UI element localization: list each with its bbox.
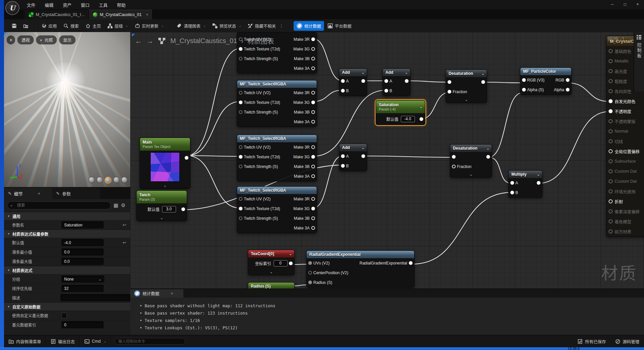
pin-in-B[interactable] [341, 164, 345, 168]
node-saturation-param[interactable]: SaturationParam (-4)⌄默认值-4.0 [376, 100, 425, 125]
chevron-down-icon[interactable]: ⌄ [289, 252, 292, 256]
menu-1[interactable]: 编辑 [41, 0, 57, 9]
expand-chevron-icon[interactable]: ⌄ [137, 215, 187, 221]
pin-out-Make 3G[interactable] [311, 47, 315, 51]
node-desaturation-1[interactable]: Desaturation⌄Fraction⌄ [446, 69, 487, 103]
pin-不透明度[interactable] [609, 109, 613, 113]
asset-tab-0[interactable]: M_CrystalCaustics_01_I... [25, 10, 89, 19]
wire[interactable] [421, 93, 449, 119]
pin-out-Make 3B[interactable] [311, 165, 315, 168]
node-header[interactable]: Add⌄ [339, 144, 367, 151]
pin-in-A[interactable] [341, 154, 345, 158]
pin-out-Make 3A[interactable] [311, 226, 315, 230]
node-radial-gradient-exponential[interactable]: RadialGradientExponentialUVs (V2)RadialG… [306, 250, 415, 288]
toolbar-平台数据[interactable]: 平台数据 [325, 21, 354, 31]
wire[interactable] [489, 93, 522, 157]
pin-in-B[interactable] [341, 89, 345, 93]
node-header[interactable]: MainParam Tex Object [140, 138, 190, 151]
bottombar-源码管理[interactable]: 源码管理 [611, 338, 644, 345]
node-texcoord-0[interactable]: TexCoord[0]⌄坐标索引0⌄ [248, 250, 295, 275]
viewport-menu-button[interactable]: ≡ [7, 35, 15, 44]
pin-Normal[interactable] [609, 129, 613, 133]
viewport-pill-光照[interactable]: ◐光照 [36, 35, 57, 44]
pin-不透明蒙版[interactable] [609, 119, 613, 123]
tab-close-icon[interactable]: × [146, 12, 148, 17]
pin-in-CenterPosition (V2)[interactable] [308, 271, 312, 275]
pin-out-Make 3A[interactable] [311, 66, 315, 70]
pin-out-value[interactable] [289, 261, 293, 265]
pin-out-Make 3A[interactable] [311, 120, 315, 124]
toolbar-隐藏不相关[interactable]: 隐藏不相关⋮ [245, 21, 287, 31]
view-options-icon[interactable]: ▦ [114, 202, 118, 208]
pin-out-Make 3B[interactable] [311, 216, 315, 220]
pin-out-Make 3G[interactable] [311, 155, 315, 159]
pin-像素深度偏移[interactable] [609, 209, 613, 213]
wire[interactable] [313, 156, 342, 208]
breadcrumb-asset[interactable]: M_CrystalCaustics_01 [170, 37, 237, 45]
menu-3[interactable]: 窗口 [77, 0, 94, 9]
graph-forward-button[interactable]: → [146, 37, 154, 45]
node-header[interactable]: Desaturation⌄ [450, 145, 492, 152]
close-button[interactable]: × [631, 0, 644, 9]
pin-out-Make 3B[interactable] [311, 57, 315, 60]
toolbar-统计数据[interactable]: 统计数据 [294, 21, 324, 31]
pin-in-0[interactable] [452, 155, 456, 159]
preview-shape-2[interactable] [105, 177, 112, 184]
node-add-2[interactable]: Add⌄AB [382, 68, 411, 96]
dropdown-分组[interactable]: None⌄ [61, 276, 104, 283]
field-默认值[interactable]: -4.0 [61, 239, 104, 246]
details-tab-细节[interactable]: ✎细节× [4, 188, 52, 199]
wire[interactable] [187, 156, 240, 156]
wire[interactable] [187, 102, 240, 156]
node-header[interactable]: TexCoord[0]⌄ [248, 250, 294, 257]
expand-chevron-icon[interactable]: ⌄ [248, 269, 294, 275]
pin-out-Make 3R[interactable] [311, 91, 315, 95]
pin-Custom Dat[interactable] [609, 169, 613, 173]
details-tab-参数[interactable]: ✎参数 [52, 188, 100, 199]
pin-in-Alpha (S)[interactable] [522, 88, 526, 92]
pin-in-RGB (V3)[interactable] [522, 78, 526, 82]
pin-全局位置偏移[interactable] [609, 149, 613, 153]
pin-out-value[interactable] [181, 207, 185, 211]
toolbar-层级[interactable]: 层级⌄ [105, 21, 131, 31]
pin-折射[interactable] [609, 199, 613, 203]
pin-in-Twitch Texture (T2d)[interactable] [239, 207, 243, 210]
minimize-button[interactable]: ─ [606, 0, 619, 9]
pin-in-A[interactable] [384, 79, 388, 83]
pin-out-0[interactable] [481, 80, 485, 84]
node-header[interactable]: TwichParam (3) [137, 191, 187, 203]
chevron-down-icon[interactable]: ⌄ [362, 71, 364, 74]
chevron-down-icon[interactable]: ⌄ [537, 173, 540, 176]
node-add-3[interactable]: Add⌄AB [339, 144, 367, 171]
wire[interactable] [407, 81, 449, 82]
node-header[interactable]: SaturationParam (-4)⌄ [376, 101, 425, 113]
bottombar-Cmd[interactable]: Cmd⌄ [80, 335, 111, 347]
field-滑条最大值[interactable]: 0.0 [61, 258, 104, 265]
pin-in-Fraction[interactable] [452, 165, 456, 168]
pin-out-Make 3G[interactable] [311, 207, 315, 210]
stats-close-icon[interactable]: × [171, 291, 173, 296]
pin-out-Make 3R[interactable] [311, 145, 315, 149]
default-value-box[interactable]: -4.0 [401, 116, 415, 122]
maximize-button[interactable]: □ [619, 0, 631, 9]
preview-shape-0[interactable] [89, 177, 95, 183]
field-排序优先级[interactable]: 32 [61, 285, 104, 292]
node-twich-param[interactable]: TwichParam (3)默认值3.0⌄ [136, 190, 187, 221]
section-1[interactable]: ▼材质表达式标量参数 [4, 229, 130, 238]
pin-自发光颜色[interactable] [609, 99, 613, 103]
toolbar-搜索[interactable]: 搜索 [60, 21, 82, 31]
section-0[interactable]: ▼通用 [4, 212, 130, 220]
pin-in-0[interactable] [448, 80, 451, 84]
node-header[interactable]: MF_Twitch_SelectRGBA [237, 187, 317, 194]
pin-in-Twitch UV (V2)[interactable] [239, 145, 243, 149]
pin-环境光遮挡[interactable] [609, 189, 613, 193]
node-mf-particlecolor[interactable]: MF_ParticleColorRGB (V3)RGBAlpha (S)Alph… [520, 67, 572, 95]
pin-out-Make 3R[interactable] [311, 37, 315, 41]
taskbar-strip[interactable]: 13:39:4 [0, 347, 644, 350]
node-header[interactable]: MF_ParticleColor [520, 68, 571, 75]
wire[interactable] [483, 82, 522, 83]
bottombar-内容侧滑菜单[interactable]: 内容侧滑菜单 [4, 335, 46, 347]
wire[interactable] [568, 83, 610, 102]
node-mf-twitch-1[interactable]: MF_Twitch_SelectRGBATwitch UV (V2)Make 3… [237, 80, 317, 127]
details-search-input[interactable] [7, 201, 111, 209]
